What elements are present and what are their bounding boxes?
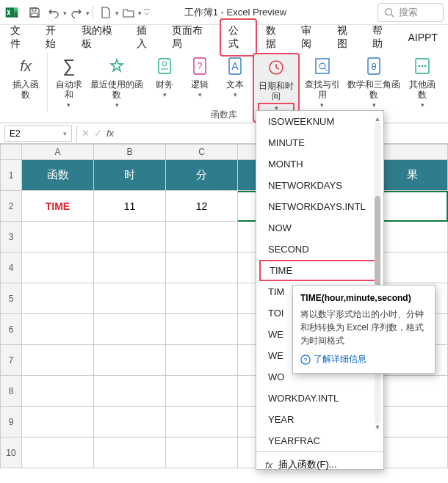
cell[interactable]: [94, 222, 166, 253]
row-header[interactable]: 10: [0, 437, 22, 468]
lookup-icon: [311, 54, 334, 78]
save-button[interactable]: [25, 3, 44, 22]
dd-item-networkdays[interactable]: NETWORKDAYS: [256, 175, 383, 196]
svg-point-21: [319, 63, 325, 69]
redo-button[interactable]: [67, 3, 86, 22]
svg-point-28: [424, 65, 427, 68]
cell[interactable]: [166, 253, 238, 283]
cell[interactable]: [94, 437, 166, 468]
undo-button[interactable]: [44, 3, 63, 22]
cell[interactable]: [22, 407, 94, 437]
datetime-label: 日期和时间: [257, 81, 295, 101]
function-tooltip: TIME(hour,minute,second) 将以数字形式给出的小时、分钟和…: [292, 285, 436, 374]
name-box[interactable]: E2 ▾: [4, 126, 72, 142]
dd-item-year[interactable]: YEAR: [256, 409, 383, 430]
row-header[interactable]: 9: [0, 407, 22, 437]
cell[interactable]: [94, 376, 166, 407]
recent-functions-button[interactable]: 最近使用的函数 ▾: [87, 53, 147, 123]
cell[interactable]: [94, 314, 166, 345]
cell[interactable]: [166, 376, 238, 407]
cell[interactable]: [22, 345, 94, 376]
dd-item-second[interactable]: SECOND: [256, 239, 383, 260]
tooltip-body: 将以数字形式给出的小时、分钟和秒转换为 Excel 序列数，格式为时间格式: [300, 308, 427, 347]
cell[interactable]: [166, 437, 238, 468]
scroll-down-icon[interactable]: ▼: [375, 424, 381, 431]
clock-icon: [264, 56, 288, 79]
select-all-corner[interactable]: [0, 144, 22, 160]
row-header[interactable]: 3: [0, 222, 22, 253]
help-icon: ?: [300, 355, 311, 365]
cell-a2[interactable]: TIME: [22, 191, 94, 222]
autosum-button[interactable]: ∑ 自动求和 ▾: [51, 53, 87, 123]
svg-rect-3: [14, 12, 18, 15]
row-header[interactable]: 1: [0, 160, 22, 191]
autosum-label: 自动求和: [54, 79, 84, 100]
cell[interactable]: [166, 222, 238, 253]
dropdown-scrollbar[interactable]: ▲ ▼: [373, 115, 382, 431]
scroll-up-icon[interactable]: ▲: [375, 115, 381, 123]
cell[interactable]: [22, 437, 94, 468]
cell[interactable]: [94, 407, 166, 437]
row-header[interactable]: 8: [0, 376, 22, 407]
row-header[interactable]: 2: [0, 191, 22, 222]
dd-item-now[interactable]: NOW: [256, 217, 383, 239]
dd-item-month[interactable]: MONTH: [256, 153, 383, 175]
cell[interactable]: [22, 222, 94, 253]
lookup-label: 查找与引用: [303, 79, 341, 100]
cell[interactable]: [94, 253, 166, 283]
more-functions-label: 其他函数: [407, 79, 438, 100]
confirm-icon[interactable]: ✓: [94, 128, 102, 139]
cell[interactable]: [166, 314, 238, 345]
row-header[interactable]: 6: [0, 314, 22, 345]
cell-c2[interactable]: 12: [166, 191, 238, 222]
cell[interactable]: [22, 283, 94, 314]
col-header-b[interactable]: B: [94, 144, 166, 160]
tab-aippt[interactable]: AIPPT: [400, 27, 444, 48]
cell[interactable]: [22, 253, 94, 283]
cancel-icon[interactable]: ✕: [82, 128, 90, 139]
cell[interactable]: [94, 345, 166, 376]
dd-item-time[interactable]: TIME: [259, 260, 380, 281]
dd-item-networkdays-intl[interactable]: NETWORKDAYS.INTL: [256, 196, 383, 217]
svg-text:θ: θ: [372, 61, 377, 72]
cell[interactable]: [166, 407, 238, 437]
tooltip-help-link[interactable]: ? 了解详细信息: [300, 353, 427, 366]
col-header-c[interactable]: C: [166, 144, 238, 160]
svg-line-19: [276, 68, 279, 69]
insert-function-button[interactable]: fx 插入函数: [7, 53, 44, 123]
row-header[interactable]: 5: [0, 283, 22, 314]
financial-button[interactable]: 财务 ▾: [147, 53, 182, 123]
redo-dropdown-icon[interactable]: ▾: [86, 10, 90, 17]
col-header-a[interactable]: A: [22, 144, 94, 160]
scroll-track[interactable]: [375, 123, 380, 424]
svg-text:?: ?: [198, 61, 203, 71]
cell-a1[interactable]: 函数: [22, 160, 94, 191]
cell[interactable]: [166, 283, 238, 314]
cell-b2[interactable]: 11: [94, 191, 166, 222]
dd-item-workday-intl[interactable]: WORKDAY.INTL: [256, 388, 383, 409]
money-icon: [153, 54, 176, 78]
chevron-down-icon: ▾: [372, 101, 376, 109]
search-input[interactable]: 搜索: [377, 3, 444, 22]
row-header[interactable]: 7: [0, 345, 22, 376]
svg-point-27: [422, 65, 424, 68]
question-icon: ?: [188, 54, 212, 78]
cell[interactable]: [166, 345, 238, 376]
svg-rect-6: [32, 13, 37, 17]
fx-icon[interactable]: fx: [106, 128, 114, 139]
cell-c1[interactable]: 分: [166, 160, 238, 191]
more-functions-button[interactable]: 其他函数 ▾: [404, 53, 441, 123]
result-header-text: 果: [407, 168, 418, 182]
dd-item-minute[interactable]: MINUTE: [256, 132, 383, 153]
cell[interactable]: [22, 314, 94, 345]
cell[interactable]: [94, 283, 166, 314]
svg-rect-0: [6, 7, 15, 17]
svg-point-26: [419, 65, 421, 68]
svg-point-11: [162, 62, 167, 66]
cell[interactable]: [22, 376, 94, 407]
dd-item-yearfrac[interactable]: YEARFRAC: [256, 430, 383, 451]
row-header[interactable]: 4: [0, 253, 22, 283]
dropdown-footer[interactable]: fx 插入函数(F)...: [256, 451, 383, 477]
dd-item-isoweeknum[interactable]: ISOWEEKNUM: [256, 111, 383, 132]
cell-b1[interactable]: 时: [94, 160, 166, 191]
